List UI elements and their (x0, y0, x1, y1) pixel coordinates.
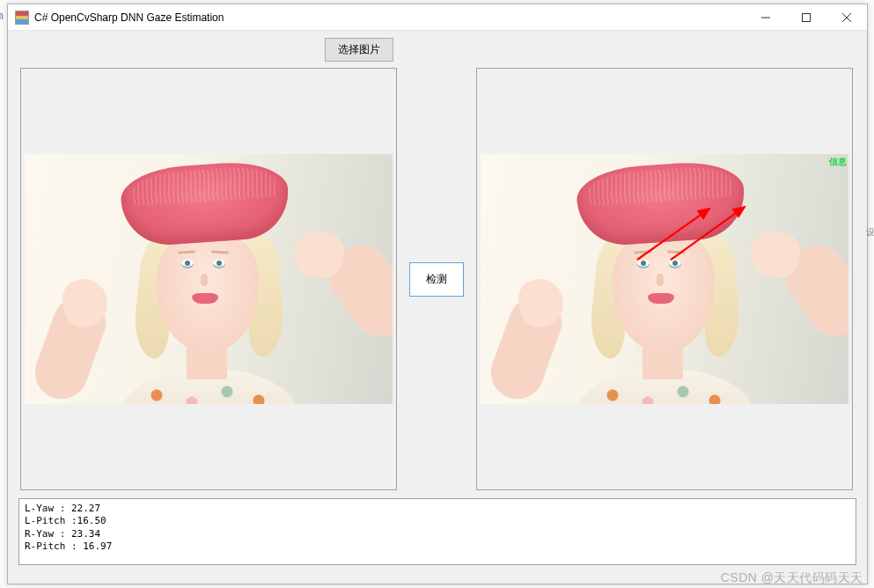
titlebar[interactable]: C# OpenCvSharp DNN Gaze Estimation (8, 4, 867, 31)
window-title: C# OpenCvSharp DNN Gaze Estimation (34, 11, 224, 24)
minimize-button[interactable] (745, 4, 786, 31)
client-area: 选择图片 检测 (8, 31, 867, 584)
output-image: 信息 (481, 154, 848, 404)
app-icon (15, 11, 29, 25)
results-textbox[interactable]: L-Yaw : 22.27 L-Pitch :16.50 R-Yaw : 23.… (18, 498, 856, 565)
window-controls (745, 4, 867, 30)
app-window: C# OpenCvSharp DNN Gaze Estimation 选择图片 (7, 4, 868, 584)
editor-margin-char: m (0, 9, 4, 22)
l-pitch-row: L-Pitch :16.50 (25, 515, 106, 526)
overlay-marker: 信息 (829, 156, 847, 168)
close-button[interactable] (826, 4, 867, 31)
output-image-panel: 信息 (476, 68, 853, 490)
input-image-panel (20, 68, 397, 490)
detect-button[interactable]: 检测 (409, 262, 464, 297)
l-yaw-row: L-Yaw : 22.27 (25, 503, 100, 514)
input-image (25, 154, 393, 404)
select-image-button[interactable]: 选择图片 (325, 38, 393, 62)
svg-rect-1 (803, 14, 811, 22)
r-yaw-row: R-Yaw : 23.34 (25, 528, 100, 540)
r-pitch-row: R-Pitch : 16.97 (25, 540, 112, 552)
maximize-button[interactable] (786, 4, 826, 31)
